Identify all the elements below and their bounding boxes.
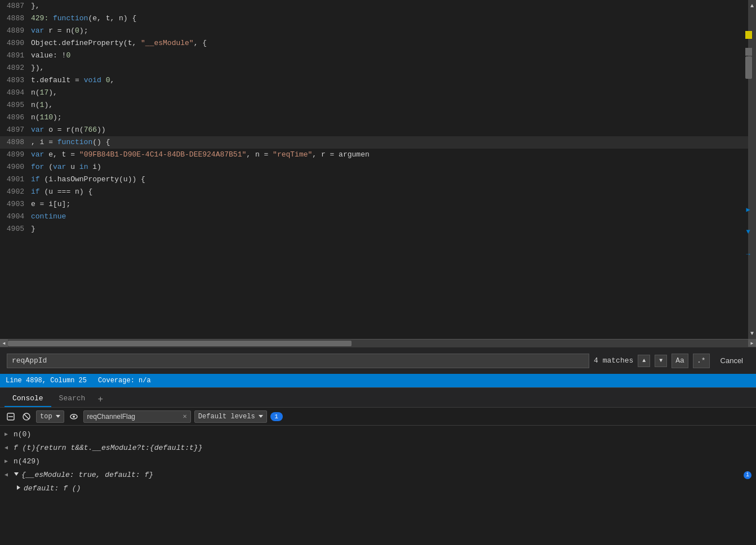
code-line-4897[interactable]: 4897 var o = r(n(766)) bbox=[0, 124, 748, 136]
line-number-4905: 4905 bbox=[0, 223, 31, 235]
code-line-4903[interactable]: 4903 e = i[u]; bbox=[0, 198, 748, 211]
line-number-4892: 4892 bbox=[0, 62, 31, 74]
levels-dropdown-icon bbox=[259, 415, 263, 418]
line-content-4901: if (i.hasOwnProperty(u)) { bbox=[31, 173, 748, 186]
scroll-thumb bbox=[745, 56, 752, 79]
find-prev-button[interactable]: ▲ bbox=[638, 355, 650, 367]
svg-line-3 bbox=[24, 414, 29, 419]
line-content-4889: var r = n(0); bbox=[31, 25, 748, 37]
nav-arrow-down-1[interactable]: ▼ bbox=[744, 226, 752, 238]
line-number-4898: 4898 bbox=[0, 136, 31, 149]
code-line-4904[interactable]: 4904 continue bbox=[0, 211, 748, 223]
code-scroll-area[interactable]: 4887 },4888 429: function(e, t, n) {4889… bbox=[0, 0, 748, 339]
line-number-4899: 4899 bbox=[0, 149, 31, 161]
line-number-4895: 4895 bbox=[0, 99, 31, 111]
entry-arrow-4: ◀ bbox=[5, 470, 11, 481]
tab-search[interactable]: Search bbox=[51, 390, 94, 407]
collapse-arrow-5[interactable] bbox=[16, 483, 21, 494]
entry-text-5: default: f () bbox=[24, 483, 751, 494]
h-scroll-track[interactable] bbox=[8, 339, 748, 347]
expand-arrow-4[interactable] bbox=[14, 470, 19, 481]
entry-text-3: n(429) bbox=[14, 456, 751, 467]
line-content-4893: t.default = void 0, bbox=[31, 74, 748, 87]
add-panel-tab[interactable]: + bbox=[93, 392, 108, 407]
coverage-status: Coverage: n/a bbox=[98, 377, 151, 385]
line-content-4904: continue bbox=[31, 211, 748, 223]
entry-text-1: n(0) bbox=[14, 429, 751, 440]
status-bar: Line 4898, Column 25 Coverage: n/a bbox=[0, 374, 756, 387]
console-entry-5[interactable]: default: f () bbox=[0, 482, 756, 495]
code-line-4893[interactable]: 4893 t.default = void 0, bbox=[0, 74, 748, 87]
tab-console[interactable]: Console bbox=[5, 390, 51, 407]
line-content-4899: var e, t = "09FB84B1-D90E-4C14-84DB-DEE9… bbox=[31, 149, 748, 161]
svg-marker-6 bbox=[14, 472, 19, 476]
line-number-4901: 4901 bbox=[0, 173, 31, 186]
clear-console-button[interactable] bbox=[5, 410, 17, 423]
live-expressions-button[interactable] bbox=[68, 410, 80, 423]
line-number-4888: 4888 bbox=[0, 12, 31, 25]
block-console-button[interactable] bbox=[20, 410, 33, 423]
line-number-4896: 4896 bbox=[0, 111, 31, 124]
line-number-4891: 4891 bbox=[0, 50, 31, 62]
console-entry-4[interactable]: ◀ {__esModule: true, default: f} i bbox=[0, 468, 756, 482]
line-content-4898: , i = function() { bbox=[31, 136, 748, 149]
scroll-up-arrow[interactable]: ▲ bbox=[748, 0, 756, 11]
panel-tabs: Console Search + bbox=[0, 388, 756, 408]
regex-button[interactable]: .* bbox=[693, 354, 710, 368]
code-line-4896[interactable]: 4896 n(110); bbox=[0, 111, 748, 124]
entry-arrow-3: ▶ bbox=[5, 456, 11, 467]
entry-text-4: {__esModule: true, default: f} bbox=[21, 470, 741, 481]
info-icon-4[interactable]: i bbox=[744, 471, 751, 479]
levels-selector[interactable]: Default levels bbox=[194, 410, 267, 423]
filter-input-wrap: ✕ bbox=[83, 410, 191, 423]
scroll-left-arrow[interactable]: ◀ bbox=[0, 339, 8, 347]
line-number-4890: 4890 bbox=[0, 37, 31, 50]
entry-arrow-1: ▶ bbox=[5, 429, 11, 440]
code-line-4895[interactable]: 4895 n(1), bbox=[0, 99, 748, 111]
scroll-down-arrow[interactable]: ▼ bbox=[748, 328, 756, 339]
h-scroll-thumb bbox=[8, 341, 352, 346]
scroll-right-arrow[interactable]: ▶ bbox=[748, 339, 756, 347]
line-content-4894: n(17), bbox=[31, 87, 748, 99]
svg-marker-7 bbox=[17, 485, 20, 490]
code-line-4887[interactable]: 4887 }, bbox=[0, 0, 748, 12]
match-case-button[interactable]: Aa bbox=[671, 354, 688, 368]
code-line-4891[interactable]: 4891 value: !0 bbox=[0, 50, 748, 62]
find-next-button[interactable]: ▼ bbox=[655, 355, 667, 367]
console-entry-3[interactable]: ▶ n(429) bbox=[0, 455, 756, 468]
line-number-4897: 4897 bbox=[0, 124, 31, 136]
code-line-4905[interactable]: 4905 } bbox=[0, 223, 748, 235]
scrollbar-right[interactable]: ▲ ▶ ▼ → ▼ bbox=[748, 0, 756, 339]
nav-arrow-right-2[interactable]: → bbox=[744, 249, 752, 260]
find-input[interactable] bbox=[7, 354, 589, 368]
nav-arrow-right-1[interactable]: ▶ bbox=[744, 204, 752, 215]
filter-input[interactable] bbox=[87, 413, 183, 421]
line-content-4900: for (var u in i) bbox=[31, 161, 748, 173]
code-line-4898[interactable]: 4898 , i = function() { bbox=[0, 136, 748, 149]
svg-point-5 bbox=[73, 416, 75, 418]
line-content-4902: if (u === n) { bbox=[31, 186, 748, 198]
console-entry-2[interactable]: ◀ f (t){return t&&t.__esModule?t:{defaul… bbox=[0, 441, 756, 455]
context-dropdown-icon bbox=[56, 415, 60, 418]
line-number-4904: 4904 bbox=[0, 211, 31, 223]
code-line-4892[interactable]: 4892 }), bbox=[0, 62, 748, 74]
code-line-4894[interactable]: 4894 n(17), bbox=[0, 87, 748, 99]
line-content-4888: 429: function(e, t, n) { bbox=[31, 12, 748, 25]
find-cancel-button[interactable]: Cancel bbox=[714, 354, 749, 368]
levels-label: Default levels bbox=[198, 413, 255, 421]
horizontal-scrollbar[interactable]: ◀ ▶ bbox=[0, 339, 756, 347]
line-content-4903: e = i[u]; bbox=[31, 198, 748, 211]
code-line-4889[interactable]: 4889 var r = n(0); bbox=[0, 25, 748, 37]
code-line-4899[interactable]: 4899 var e, t = "09FB84B1-D90E-4C14-84DB… bbox=[0, 149, 748, 161]
code-line-4901[interactable]: 4901 if (i.hasOwnProperty(u)) { bbox=[0, 173, 748, 186]
filter-clear-button[interactable]: ✕ bbox=[183, 412, 187, 421]
console-output[interactable]: ▶ n(0) ◀ f (t){return t&&t.__esModule?t:… bbox=[0, 426, 756, 545]
context-selector[interactable]: top bbox=[36, 410, 64, 423]
console-entry-1[interactable]: ▶ n(0) bbox=[0, 428, 756, 441]
code-line-4888[interactable]: 4888 429: function(e, t, n) { bbox=[0, 12, 748, 25]
line-number-4902: 4902 bbox=[0, 186, 31, 198]
code-line-4902[interactable]: 4902 if (u === n) { bbox=[0, 186, 748, 198]
code-line-4890[interactable]: 4890 Object.defineProperty(t, "__esModul… bbox=[0, 37, 748, 50]
code-line-4900[interactable]: 4900 for (var u in i) bbox=[0, 161, 748, 173]
find-matches-count: 4 matches bbox=[594, 356, 633, 365]
